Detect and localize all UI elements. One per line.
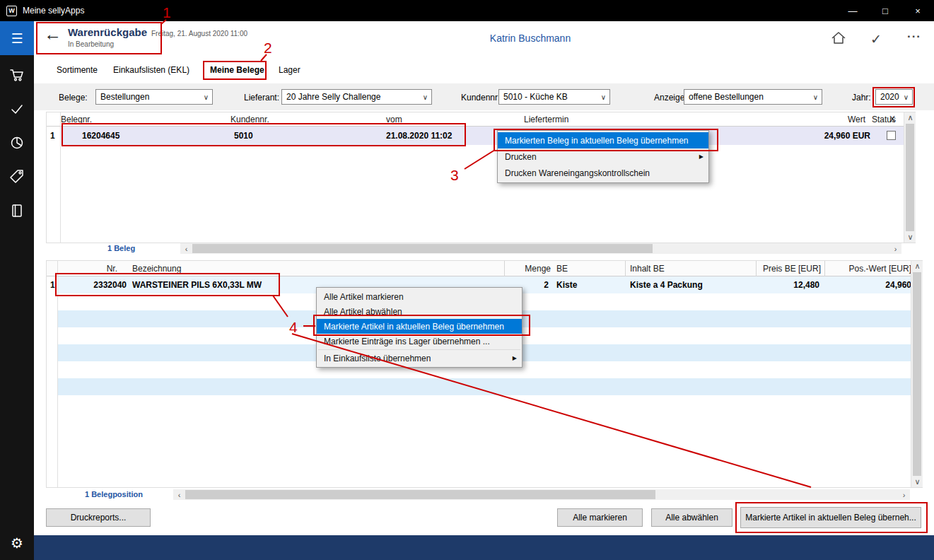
scroll-left-icon[interactable]: ‹ [173,489,185,500]
menu-item-einkaufsliste[interactable]: In Einkaufsliste übernehmen ▶ [317,351,522,366]
cell-belegnr[interactable]: 16204645 [82,127,119,145]
dropdown-value: 20 Jahre Selly Challenge [282,92,419,102]
alle-markieren-button[interactable]: Alle markieren [557,508,643,527]
catalog-icon[interactable] [0,194,34,228]
tab-sortimente[interactable]: Sortimente [57,65,98,75]
back-button[interactable]: ← [44,25,62,43]
page-header: WarenrückgabeFreitag, 21. August 2020 11… [68,26,247,48]
positionen-horizontal-scrollbar[interactable]: ‹ › [173,489,910,500]
confirm-check-icon[interactable]: ✓ [870,31,882,47]
uebernehmen-button[interactable]: Markierte Artikel in aktuellen Beleg übe… [740,507,921,528]
scroll-down-icon[interactable]: ∨ [904,232,916,243]
chevron-down-icon: ∨ [900,93,912,101]
annotation-number-2: 2 [264,40,272,56]
row-number: 1 [50,127,55,145]
cell-nr[interactable]: 2332040 [61,276,127,293]
col-vom[interactable]: vom [386,115,402,124]
annotation-line-2 [261,54,267,61]
col-x[interactable]: X [889,115,895,124]
checklist-icon[interactable] [0,92,34,126]
jahr-dropdown[interactable]: 2020 ∨ [875,89,913,105]
belege-vertical-scrollbar[interactable]: ∧ ∨ [904,112,916,243]
druckreports-button[interactable]: Druckreports... [46,508,151,527]
belege-horizontal-scrollbar[interactable]: ‹ › [180,243,901,254]
scroll-up-icon[interactable]: ∧ [904,112,916,123]
anzeige-label: Anzeige: [654,93,687,103]
settings-gear-icon[interactable]: ⚙ [0,532,34,554]
col-bezeichnung[interactable]: Bezeichnung [132,264,181,274]
cell-wert[interactable]: 24,960 EUR [786,127,870,145]
pie-chart-icon[interactable] [0,126,34,160]
scroll-thumb[interactable] [906,124,914,231]
tab-einkaufslisten[interactable]: Einkaufslisten (EKL) [113,65,189,75]
cell-vom[interactable]: 21.08.2020 11:02 [386,127,452,145]
cart-icon[interactable] [0,58,34,92]
scroll-thumb[interactable] [913,272,921,476]
scroll-right-icon[interactable]: › [889,243,901,254]
positionen-vertical-scrollbar[interactable]: ∧ ∨ [911,261,923,487]
scroll-thumb[interactable] [192,244,653,253]
cell-preis-be[interactable]: 12,480 [754,276,819,293]
app-window: W Meine sellyApps — □ × ☰ [0,0,934,560]
scroll-track[interactable] [192,243,889,254]
positionen-table-header: Nr. Bezeichnung Menge BE Inhalt BE Preis… [47,261,922,276]
belege-table: Belegnr. Kundennr. vom Liefertermin Wert… [46,112,916,243]
home-icon[interactable] [830,30,847,49]
hamburger-menu-button[interactable]: ☰ [0,21,34,55]
col-liefertermin[interactable]: Liefertermin [524,115,568,124]
col-pos-wert[interactable]: Pos.-Wert [EUR] [830,264,911,274]
position-count: 1 Belegposition [85,490,143,498]
cell-be[interactable]: Kiste [556,276,577,293]
col-nr[interactable]: Nr. [57,264,117,274]
anzeige-dropdown[interactable]: offene Bestellungen ∨ [684,89,822,105]
scroll-down-icon[interactable]: ∨ [911,477,923,487]
dropdown-value: 5010 - Küche KB [499,92,597,102]
page-title: Warenrückgabe [68,26,147,38]
cell-kundennr[interactable]: 5010 [234,127,253,145]
col-preis-be[interactable]: Preis BE [EUR] [754,264,821,274]
alle-abwaehlen-button[interactable]: Alle abwählen [651,508,732,527]
col-kundennr[interactable]: Kundennr. [230,115,269,124]
col-wert[interactable]: Wert [848,115,865,124]
more-options-icon[interactable]: ··· [907,30,921,44]
empty-row[interactable] [58,378,911,395]
menu-item-lager-uebernehmen[interactable]: Markierte Einträge ins Lager übernehmen … [317,334,522,349]
scroll-track[interactable] [185,489,898,500]
chevron-down-icon: ∨ [200,93,212,101]
price-tag-icon[interactable] [0,160,34,194]
chevron-down-icon: ∨ [419,93,431,101]
menu-item-alle-markieren[interactable]: Alle Artikel markieren [317,289,522,304]
sidebar: ☰ ⚙ [0,21,34,560]
cell-inhalt-be[interactable]: Kiste a 4 Packung [630,276,703,293]
status-checkbox[interactable] [887,131,896,140]
col-be[interactable]: BE [556,264,568,274]
user-name[interactable]: Katrin Buschmann [460,33,601,44]
scroll-up-icon[interactable]: ∧ [911,261,923,272]
belege-dropdown[interactable]: Bestellungen ∨ [95,89,213,105]
tab-lager[interactable]: Lager [279,65,300,75]
submenu-arrow-icon: ▶ [513,355,517,361]
scroll-right-icon[interactable]: › [898,489,910,500]
cell-pos-wert[interactable]: 24,960 [830,276,911,293]
menu-item-alle-abwaehlen[interactable]: Alle Artikel abwählen [317,304,522,319]
kundennr-dropdown[interactable]: 5010 - Küche KB ∨ [498,89,610,105]
jahr-label: Jahr: [852,93,871,103]
close-button[interactable]: × [901,0,934,21]
tab-meine-belege[interactable]: Meine Belege [210,65,264,75]
beleg-row-selected[interactable] [61,127,904,145]
col-inhalt-be[interactable]: Inhalt BE [630,264,665,274]
belege-label: Belege: [59,93,88,103]
menu-item-beleg-uebernehmen[interactable]: Markierten Beleg in aktuellen Beleg über… [498,132,708,148]
scroll-thumb[interactable] [185,490,655,499]
col-belegnr[interactable]: Belegnr. [61,115,92,124]
maximize-button[interactable]: □ [869,0,901,21]
lieferant-dropdown[interactable]: 20 Jahre Selly Challenge ∨ [281,89,432,105]
menu-item-drucken-kontrollschein[interactable]: Drucken Wareneingangskontrollschein [498,165,708,181]
menu-item-artikel-uebernehmen[interactable]: Markierte Artikel in aktuellen Beleg übe… [317,319,522,334]
minimize-button[interactable]: — [836,0,869,21]
scroll-left-icon[interactable]: ‹ [180,243,192,254]
col-menge[interactable]: Menge [499,264,551,274]
bottom-bar [34,535,934,560]
cell-bezeichnung[interactable]: WARSTEINER PILS 6X0,33L MW [132,276,262,293]
menu-item-drucken[interactable]: Drucken ▶ [498,148,708,165]
